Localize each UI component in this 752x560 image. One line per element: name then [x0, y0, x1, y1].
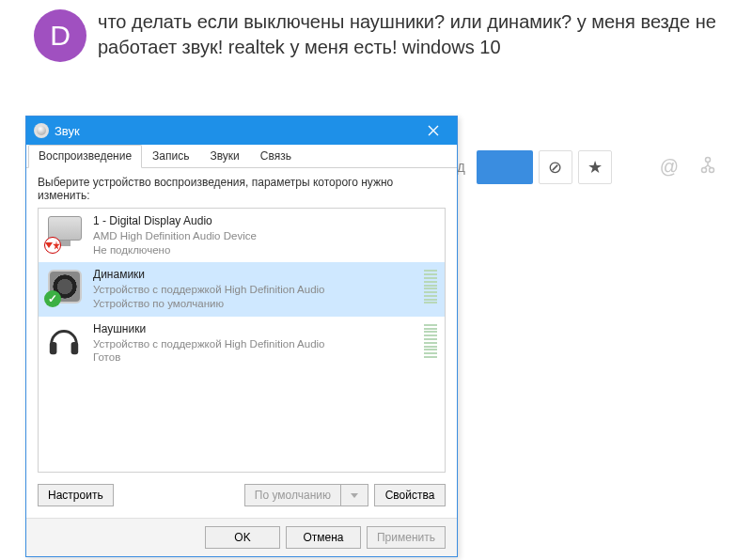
properties-button[interactable]: Свойства	[374, 484, 446, 506]
set-default-split-button[interactable]: По умолчанию	[244, 484, 368, 506]
device-item[interactable]: Динамики Устройство с поддержкой High De…	[39, 262, 445, 316]
level-meter	[424, 268, 437, 305]
device-description: AMD High Definition Audio Device	[93, 229, 437, 243]
svg-point-2	[710, 167, 714, 172]
device-name: Наушники	[93, 322, 415, 337]
device-description: Устройство с поддержкой High Definition …	[93, 283, 415, 297]
sound-dialog: Звук Воспроизведение Запись Звуки Связь …	[25, 116, 458, 557]
instruction-text: Выберите устройство воспроизведения, пар…	[26, 168, 457, 208]
svg-rect-3	[50, 342, 57, 354]
at-icon[interactable]: @	[660, 156, 679, 179]
primary-action-button[interactable]	[477, 150, 533, 184]
device-list[interactable]: 1 - Digital Display Audio AMD High Defin…	[38, 208, 446, 473]
dialog-footer: OK Отмена Применить	[26, 518, 457, 556]
set-default-dropdown[interactable]	[341, 484, 368, 506]
svg-rect-4	[71, 342, 79, 354]
cancel-button[interactable]: Отмена	[286, 526, 361, 549]
device-item[interactable]: 1 - Digital Display Audio AMD High Defin…	[39, 209, 445, 262]
block-icon[interactable]: ⊘	[539, 150, 572, 184]
configure-button[interactable]: Настроить	[38, 484, 114, 506]
star-icon[interactable]: ★	[578, 150, 612, 184]
close-button[interactable]	[414, 117, 453, 144]
device-status: Не подключено	[93, 243, 437, 257]
share-icon[interactable]	[699, 156, 716, 179]
headphones-icon	[46, 322, 84, 360]
level-meter	[424, 322, 437, 360]
forum-post: D что делать если выключены наушники? ил…	[0, 0, 752, 62]
set-default-button[interactable]: По умолчанию	[244, 484, 341, 506]
sound-icon	[34, 123, 49, 138]
error-badge-icon	[44, 237, 61, 254]
toolbar-peek-letter: Д	[457, 161, 465, 175]
chevron-down-icon	[351, 493, 358, 498]
device-status: Устройство по умолчанию	[93, 297, 415, 311]
post-text: что делать если выключены наушники? или …	[98, 9, 718, 62]
avatar: D	[34, 9, 86, 62]
svg-point-1	[702, 167, 707, 172]
device-name: 1 - Digital Display Audio	[93, 214, 437, 229]
titlebar[interactable]: Звук	[26, 117, 457, 145]
default-badge-icon	[44, 290, 61, 307]
svg-point-0	[706, 157, 711, 162]
apply-button[interactable]: Применить	[367, 526, 446, 549]
tab-strip: Воспроизведение Запись Звуки Связь	[26, 145, 457, 168]
tab-sounds[interactable]: Звуки	[199, 145, 249, 167]
device-description: Устройство с поддержкой High Definition …	[93, 337, 415, 351]
device-item[interactable]: Наушники Устройство с поддержкой High De…	[39, 317, 445, 370]
ok-button[interactable]: OK	[205, 526, 280, 549]
tab-recording[interactable]: Запись	[142, 145, 199, 167]
speaker-icon	[46, 268, 84, 305]
monitor-icon	[46, 214, 84, 252]
tab-communications[interactable]: Связь	[250, 145, 302, 167]
dialog-title: Звук	[55, 124, 80, 138]
device-status: Готов	[93, 350, 415, 365]
tab-playback[interactable]: Воспроизведение	[28, 145, 142, 168]
device-name: Динамики	[93, 268, 415, 283]
